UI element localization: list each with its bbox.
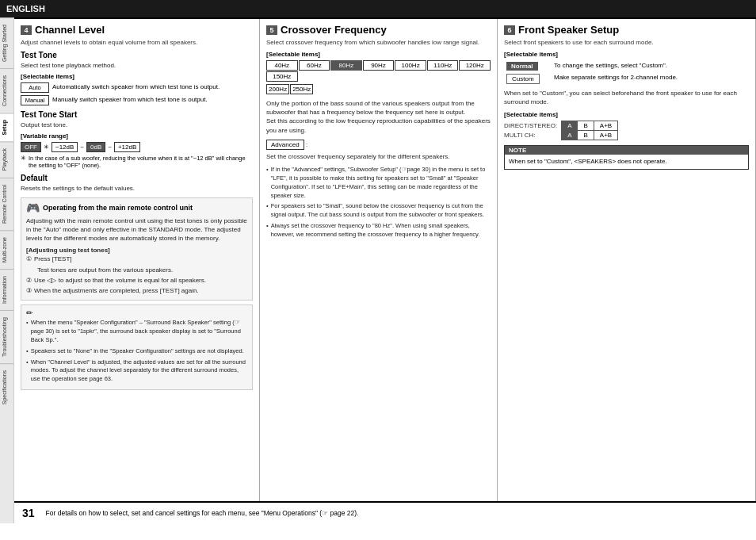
crossover-bullet-2: • For speakers set to "Small", sound bel… <box>266 202 491 220</box>
remote-icon: 🎮 <box>26 201 40 214</box>
section-subtitle-2: Select crossover frequency from which su… <box>266 39 491 46</box>
notice-bullets: • When the menu "Speaker Configuration" … <box>26 319 247 384</box>
freq-250[interactable]: 250Hz <box>290 84 313 94</box>
page-number: 31 <box>22 507 35 519</box>
note-content: When set to "Custom", <SPEAKERS> does no… <box>505 155 748 168</box>
crossover-bullet-3: • Always set the crossover frequency to … <box>266 222 491 239</box>
note-box: NOTE When set to "Custom", <SPEAKERS> do… <box>504 145 749 169</box>
selectable-label-2: [Selectable items] <box>266 51 491 58</box>
selectable-label-3: [Selectable items] <box>504 51 749 58</box>
remote-section: 🎮 Operating from the main remote control… <box>21 197 253 301</box>
sidebar-item-specifications[interactable]: Specifications <box>0 363 13 411</box>
col-crossover: 5 Crossover Frequency Select crossover f… <box>260 19 498 501</box>
variable-range: OFF ✳ −12dB ~ 0dB ~ +12dB <box>21 142 253 152</box>
range-off: OFF <box>21 142 41 152</box>
manual-tag: Manual <box>21 95 49 105</box>
notice-bullet-1: • When the menu "Speaker Configuration" … <box>26 319 247 345</box>
remote-desc: Adjusting with the main remote control u… <box>26 216 247 243</box>
custom-row: Custom Make separate settings for 2-chan… <box>504 72 749 86</box>
auto-desc: Automatically switch speaker from which … <box>52 82 220 91</box>
sidebar-item-playback[interactable]: Playback <box>0 141 13 177</box>
freq-80[interactable]: 80Hz <box>330 60 362 71</box>
freq-60[interactable]: 60Hz <box>299 60 330 71</box>
multi-ab-btn[interactable]: A+B <box>594 131 617 140</box>
section-num-1: 4 <box>21 25 32 35</box>
sidebar-item-getting-started[interactable]: Getting Started <box>0 17 13 68</box>
freq-row2: 200Hz 250Hz <box>266 84 491 94</box>
direct-b-btn[interactable]: B <box>578 121 594 131</box>
sidebar-item-information[interactable]: Information <box>0 269 13 310</box>
custom-cell: Custom <box>504 72 552 86</box>
manual-desc: Manually switch speaker from which test … <box>52 95 208 104</box>
section-num-2: 5 <box>266 25 277 35</box>
advanced-full-desc: Set the crossover frequency separately f… <box>266 153 450 160</box>
test-tone-auto-item: Auto Automatically switch speaker from w… <box>21 82 253 93</box>
notice-bullet-3: • When "Channel Level" is adjusted, the … <box>26 358 247 385</box>
normal-label: Normal <box>506 62 538 71</box>
range-minus12: −12dB <box>52 142 78 152</box>
speaker-row-direct: DIRECT/STEREO: A B A+B <box>504 121 618 131</box>
test-tone-start-title: Test Tone Start <box>21 110 253 119</box>
normal-desc: To change the settings, select "Custom". <box>552 60 749 72</box>
multi-ch-label: MULTI CH: <box>504 131 562 140</box>
bottom-text: For details on how to select, set and ca… <box>46 509 359 517</box>
section-header-3: 6 Front Speaker Setup <box>504 24 749 36</box>
normal-custom-table: Normal To change the settings, select "C… <box>504 60 749 86</box>
range-0db: 0dB <box>86 142 105 152</box>
section-title-3: Front Speaker Setup <box>518 24 619 36</box>
freq-120[interactable]: 120Hz <box>459 60 491 71</box>
direct-ab-btn[interactable]: A+B <box>594 121 617 131</box>
custom-note: When set to "Custom", you can select bef… <box>504 89 749 106</box>
custom-label: Custom <box>506 74 540 84</box>
test-tone-title: Test Tone <box>21 51 253 59</box>
advanced-section: Advanced : Set the crossover frequency s… <box>266 140 491 161</box>
section-header-2: 5 Crossover Frequency <box>266 24 491 36</box>
sidebar-item-remote-control[interactable]: Remote Control <box>0 178 13 230</box>
freq-200[interactable]: 200Hz <box>266 84 289 94</box>
sidebar-item-setup[interactable]: Setup <box>0 113 13 141</box>
section-title-2: Crossover Frequency <box>281 24 387 36</box>
freq-110[interactable]: 110Hz <box>427 60 459 71</box>
range-plus12: +12dB <box>114 142 140 152</box>
section-header-1: 4 Channel Level <box>21 24 253 36</box>
col-front-speaker: 6 Front Speaker Setup Select front speak… <box>498 19 756 501</box>
bottom-bar: 31 For details on how to select, set and… <box>14 501 756 523</box>
note-title: NOTE <box>505 146 748 155</box>
advanced-box: Advanced <box>266 140 304 150</box>
variable-range-label: [Variable range] <box>21 132 253 140</box>
section-subtitle-3: Select front speakers to use for each su… <box>504 39 749 46</box>
selectable-label-1: [Selectable items] <box>21 73 253 80</box>
notice-icon: ✏ <box>26 308 247 317</box>
selectable-label-4: [Selectable items] <box>504 111 749 118</box>
test-tone-desc: Select test tone playback method. <box>21 61 253 70</box>
side-tabs: Getting Started Connections Setup Playba… <box>0 17 14 523</box>
speaker-options-table: DIRECT/STEREO: A B A+B MULTI CH: A B A+B <box>504 121 618 140</box>
sidebar-item-connections[interactable]: Connections <box>0 68 13 113</box>
freq-40[interactable]: 40Hz <box>266 60 298 71</box>
freq-grid: 40Hz 60Hz 80Hz 90Hz 100Hz 110Hz 120Hz 15… <box>266 60 491 82</box>
freq-90[interactable]: 90Hz <box>363 60 395 71</box>
remote-header: 🎮 Operating from the main remote control… <box>26 201 247 214</box>
main-content: 4 Channel Level Adjust channel levels to… <box>14 17 756 523</box>
sidebar-item-troubleshooting[interactable]: Troubleshooting <box>0 310 13 363</box>
section-subtitle-1: Adjust channel levels to obtain equal vo… <box>21 39 253 46</box>
test-tone-start-desc: Output test tone. <box>21 121 253 129</box>
freq-100[interactable]: 100Hz <box>395 60 426 71</box>
direct-a-btn[interactable]: A <box>562 121 578 131</box>
adjust-label: [Adjusting using test tones] <box>26 246 247 255</box>
normal-cell: Normal <box>504 60 552 72</box>
freq-150[interactable]: 150Hz <box>266 71 298 82</box>
normal-row: Normal To change the settings, select "C… <box>504 60 749 72</box>
notice-bullet-2: • Speakers set to "None" in the "Speaker… <box>26 347 247 356</box>
crossover-main-text: Only the portion of the bass sound of th… <box>266 99 491 135</box>
columns: 4 Channel Level Adjust channel levels to… <box>14 17 756 501</box>
sidebar-item-multizone[interactable]: Multi-zone <box>0 230 13 269</box>
section-num-3: 6 <box>504 25 515 35</box>
test-tone-manual-item: Manual Manually switch speaker from whic… <box>21 95 253 105</box>
multi-b-btn[interactable]: B <box>578 131 594 140</box>
crossover-bullet-1: • If in the "Advanced" settings, "Subwoo… <box>266 166 491 201</box>
remote-title: Operating from the main remote control u… <box>43 204 193 212</box>
top-bar: ENGLISH <box>0 0 756 17</box>
multi-a-btn[interactable]: A <box>562 131 578 140</box>
auto-tag: Auto <box>21 82 49 93</box>
